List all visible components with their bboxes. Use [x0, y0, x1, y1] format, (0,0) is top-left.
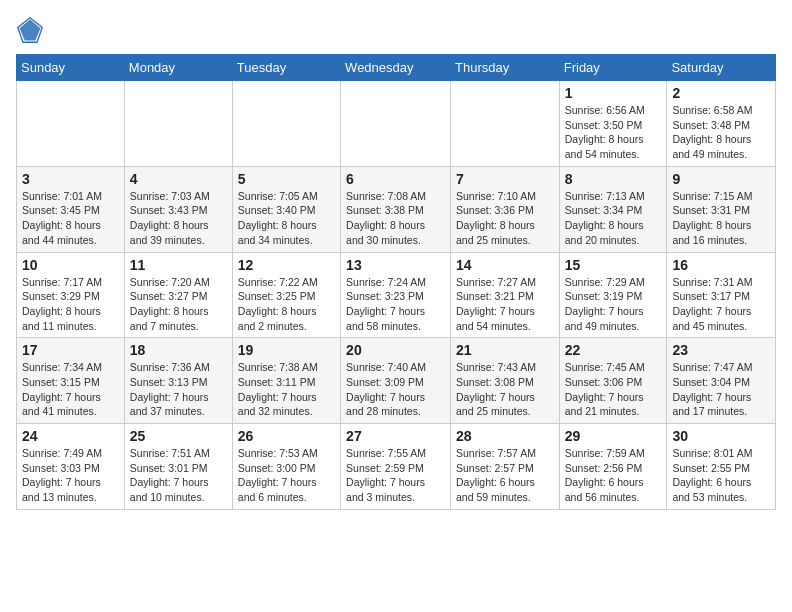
page: SundayMondayTuesdayWednesdayThursdayFrid…	[0, 0, 792, 612]
calendar-cell: 3Sunrise: 7:01 AMSunset: 3:45 PMDaylight…	[17, 166, 125, 252]
day-info: Sunrise: 7:53 AMSunset: 3:00 PMDaylight:…	[238, 446, 335, 505]
day-info: Sunrise: 7:17 AMSunset: 3:29 PMDaylight:…	[22, 275, 119, 334]
logo	[16, 16, 48, 44]
day-number: 4	[130, 171, 227, 187]
day-info: Sunrise: 7:36 AMSunset: 3:13 PMDaylight:…	[130, 360, 227, 419]
calendar-cell: 1Sunrise: 6:56 AMSunset: 3:50 PMDaylight…	[559, 81, 667, 167]
day-number: 5	[238, 171, 335, 187]
day-info: Sunrise: 7:13 AMSunset: 3:34 PMDaylight:…	[565, 189, 662, 248]
calendar-cell: 23Sunrise: 7:47 AMSunset: 3:04 PMDayligh…	[667, 338, 776, 424]
day-number: 28	[456, 428, 554, 444]
calendar-cell	[124, 81, 232, 167]
day-number: 13	[346, 257, 445, 273]
day-number: 17	[22, 342, 119, 358]
calendar-cell	[17, 81, 125, 167]
day-number: 29	[565, 428, 662, 444]
day-number: 23	[672, 342, 770, 358]
day-number: 19	[238, 342, 335, 358]
day-number: 21	[456, 342, 554, 358]
day-info: Sunrise: 7:34 AMSunset: 3:15 PMDaylight:…	[22, 360, 119, 419]
day-info: Sunrise: 7:43 AMSunset: 3:08 PMDaylight:…	[456, 360, 554, 419]
day-info: Sunrise: 7:05 AMSunset: 3:40 PMDaylight:…	[238, 189, 335, 248]
calendar-cell: 4Sunrise: 7:03 AMSunset: 3:43 PMDaylight…	[124, 166, 232, 252]
calendar-cell: 5Sunrise: 7:05 AMSunset: 3:40 PMDaylight…	[232, 166, 340, 252]
day-info: Sunrise: 7:51 AMSunset: 3:01 PMDaylight:…	[130, 446, 227, 505]
calendar-cell: 19Sunrise: 7:38 AMSunset: 3:11 PMDayligh…	[232, 338, 340, 424]
calendar-cell: 13Sunrise: 7:24 AMSunset: 3:23 PMDayligh…	[341, 252, 451, 338]
day-info: Sunrise: 7:01 AMSunset: 3:45 PMDaylight:…	[22, 189, 119, 248]
calendar-cell: 26Sunrise: 7:53 AMSunset: 3:00 PMDayligh…	[232, 424, 340, 510]
day-number: 25	[130, 428, 227, 444]
day-number: 18	[130, 342, 227, 358]
calendar-cell: 24Sunrise: 7:49 AMSunset: 3:03 PMDayligh…	[17, 424, 125, 510]
calendar-week-4: 17Sunrise: 7:34 AMSunset: 3:15 PMDayligh…	[17, 338, 776, 424]
calendar-cell	[232, 81, 340, 167]
day-number: 26	[238, 428, 335, 444]
calendar-cell: 17Sunrise: 7:34 AMSunset: 3:15 PMDayligh…	[17, 338, 125, 424]
calendar-cell: 22Sunrise: 7:45 AMSunset: 3:06 PMDayligh…	[559, 338, 667, 424]
day-number: 6	[346, 171, 445, 187]
day-number: 3	[22, 171, 119, 187]
header	[16, 16, 776, 44]
weekday-header-thursday: Thursday	[451, 55, 560, 81]
day-info: Sunrise: 7:47 AMSunset: 3:04 PMDaylight:…	[672, 360, 770, 419]
calendar-cell: 12Sunrise: 7:22 AMSunset: 3:25 PMDayligh…	[232, 252, 340, 338]
day-info: Sunrise: 7:31 AMSunset: 3:17 PMDaylight:…	[672, 275, 770, 334]
day-number: 30	[672, 428, 770, 444]
day-number: 8	[565, 171, 662, 187]
day-info: Sunrise: 7:49 AMSunset: 3:03 PMDaylight:…	[22, 446, 119, 505]
day-info: Sunrise: 7:59 AMSunset: 2:56 PMDaylight:…	[565, 446, 662, 505]
calendar-cell: 6Sunrise: 7:08 AMSunset: 3:38 PMDaylight…	[341, 166, 451, 252]
calendar-cell	[451, 81, 560, 167]
weekday-header-sunday: Sunday	[17, 55, 125, 81]
calendar-cell: 29Sunrise: 7:59 AMSunset: 2:56 PMDayligh…	[559, 424, 667, 510]
day-number: 22	[565, 342, 662, 358]
day-info: Sunrise: 7:29 AMSunset: 3:19 PMDaylight:…	[565, 275, 662, 334]
weekday-header-row: SundayMondayTuesdayWednesdayThursdayFrid…	[17, 55, 776, 81]
calendar-cell: 9Sunrise: 7:15 AMSunset: 3:31 PMDaylight…	[667, 166, 776, 252]
calendar-cell: 2Sunrise: 6:58 AMSunset: 3:48 PMDaylight…	[667, 81, 776, 167]
calendar-week-1: 1Sunrise: 6:56 AMSunset: 3:50 PMDaylight…	[17, 81, 776, 167]
weekday-header-saturday: Saturday	[667, 55, 776, 81]
weekday-header-tuesday: Tuesday	[232, 55, 340, 81]
calendar-cell: 7Sunrise: 7:10 AMSunset: 3:36 PMDaylight…	[451, 166, 560, 252]
calendar-week-2: 3Sunrise: 7:01 AMSunset: 3:45 PMDaylight…	[17, 166, 776, 252]
calendar-cell: 27Sunrise: 7:55 AMSunset: 2:59 PMDayligh…	[341, 424, 451, 510]
day-number: 20	[346, 342, 445, 358]
day-info: Sunrise: 7:22 AMSunset: 3:25 PMDaylight:…	[238, 275, 335, 334]
weekday-header-wednesday: Wednesday	[341, 55, 451, 81]
calendar-cell: 30Sunrise: 8:01 AMSunset: 2:55 PMDayligh…	[667, 424, 776, 510]
calendar-cell: 20Sunrise: 7:40 AMSunset: 3:09 PMDayligh…	[341, 338, 451, 424]
day-info: Sunrise: 7:38 AMSunset: 3:11 PMDaylight:…	[238, 360, 335, 419]
calendar-cell: 10Sunrise: 7:17 AMSunset: 3:29 PMDayligh…	[17, 252, 125, 338]
day-number: 9	[672, 171, 770, 187]
day-info: Sunrise: 7:57 AMSunset: 2:57 PMDaylight:…	[456, 446, 554, 505]
day-info: Sunrise: 7:27 AMSunset: 3:21 PMDaylight:…	[456, 275, 554, 334]
day-info: Sunrise: 6:56 AMSunset: 3:50 PMDaylight:…	[565, 103, 662, 162]
day-info: Sunrise: 7:45 AMSunset: 3:06 PMDaylight:…	[565, 360, 662, 419]
day-number: 15	[565, 257, 662, 273]
calendar-cell: 18Sunrise: 7:36 AMSunset: 3:13 PMDayligh…	[124, 338, 232, 424]
weekday-header-friday: Friday	[559, 55, 667, 81]
day-info: Sunrise: 7:40 AMSunset: 3:09 PMDaylight:…	[346, 360, 445, 419]
day-number: 7	[456, 171, 554, 187]
day-info: Sunrise: 7:10 AMSunset: 3:36 PMDaylight:…	[456, 189, 554, 248]
day-number: 11	[130, 257, 227, 273]
day-info: Sunrise: 7:24 AMSunset: 3:23 PMDaylight:…	[346, 275, 445, 334]
day-number: 12	[238, 257, 335, 273]
calendar-week-5: 24Sunrise: 7:49 AMSunset: 3:03 PMDayligh…	[17, 424, 776, 510]
calendar-cell: 15Sunrise: 7:29 AMSunset: 3:19 PMDayligh…	[559, 252, 667, 338]
calendar-week-3: 10Sunrise: 7:17 AMSunset: 3:29 PMDayligh…	[17, 252, 776, 338]
calendar-cell: 28Sunrise: 7:57 AMSunset: 2:57 PMDayligh…	[451, 424, 560, 510]
day-info: Sunrise: 7:20 AMSunset: 3:27 PMDaylight:…	[130, 275, 227, 334]
calendar-cell: 14Sunrise: 7:27 AMSunset: 3:21 PMDayligh…	[451, 252, 560, 338]
day-number: 27	[346, 428, 445, 444]
calendar-cell: 11Sunrise: 7:20 AMSunset: 3:27 PMDayligh…	[124, 252, 232, 338]
calendar-cell: 21Sunrise: 7:43 AMSunset: 3:08 PMDayligh…	[451, 338, 560, 424]
day-info: Sunrise: 7:03 AMSunset: 3:43 PMDaylight:…	[130, 189, 227, 248]
calendar-cell: 25Sunrise: 7:51 AMSunset: 3:01 PMDayligh…	[124, 424, 232, 510]
day-info: Sunrise: 8:01 AMSunset: 2:55 PMDaylight:…	[672, 446, 770, 505]
calendar-cell: 8Sunrise: 7:13 AMSunset: 3:34 PMDaylight…	[559, 166, 667, 252]
day-number: 16	[672, 257, 770, 273]
calendar-cell	[341, 81, 451, 167]
